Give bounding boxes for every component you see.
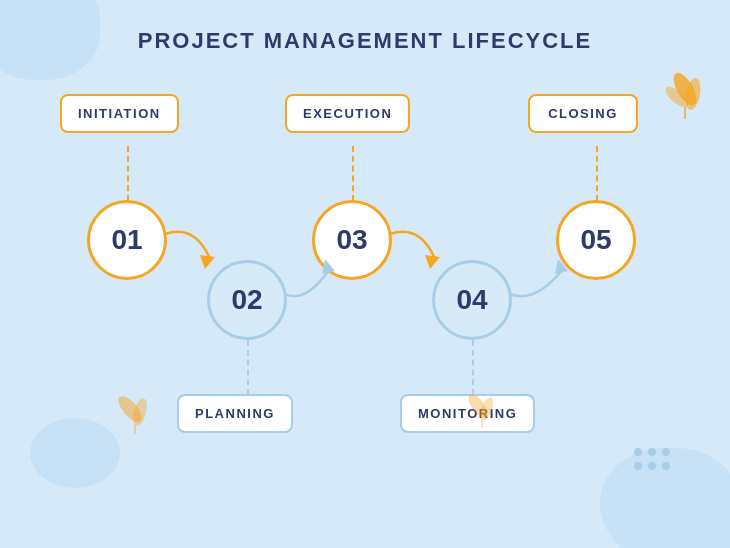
dashed-02 <box>247 340 249 395</box>
svg-point-14 <box>634 448 642 456</box>
arrow-02-to-03 <box>280 249 335 309</box>
dashed-05 <box>596 146 598 201</box>
leaf-decor-topright <box>655 69 710 124</box>
arrow-04-to-05 <box>505 249 570 309</box>
svg-point-18 <box>648 462 656 470</box>
arrow-01-to-02 <box>160 219 220 279</box>
phase-box-planning: PLANNING <box>177 394 293 433</box>
page-title: PROJECT MANAGEMENT LIFECYCLE <box>0 0 730 54</box>
svg-point-15 <box>648 448 656 456</box>
phase-box-closing: CLOSING <box>528 94 638 133</box>
phase-box-initiation: INITIATION <box>60 94 179 133</box>
circle-01: 01 <box>87 200 167 280</box>
svg-point-17 <box>634 462 642 470</box>
dots-decor <box>630 444 680 484</box>
svg-marker-3 <box>555 259 568 274</box>
phase-box-execution: EXECUTION <box>285 94 410 133</box>
leaf-decor-bottomleft <box>110 384 160 434</box>
svg-point-19 <box>662 462 670 470</box>
svg-marker-0 <box>200 255 215 269</box>
svg-marker-2 <box>425 255 440 269</box>
dashed-01 <box>127 146 129 201</box>
lifecycle-diagram: INITIATION 01 02 PLANNING EXECUTION 03 0… <box>0 64 730 524</box>
svg-point-16 <box>662 448 670 456</box>
dashed-03 <box>352 146 354 201</box>
svg-marker-1 <box>322 259 335 274</box>
arrow-03-to-04 <box>385 219 445 279</box>
leaf-decor-bottom04 <box>460 384 505 429</box>
